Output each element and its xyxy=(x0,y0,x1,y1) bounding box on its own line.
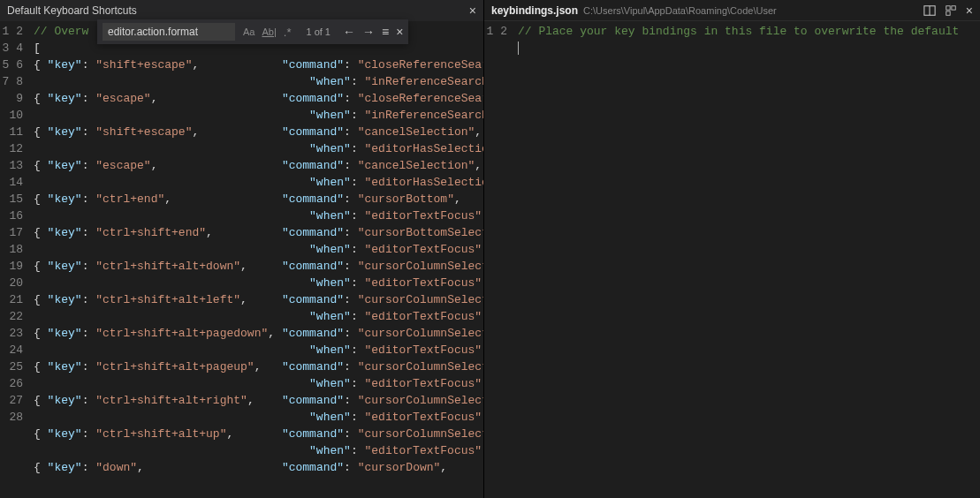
close-icon[interactable]: × xyxy=(966,4,973,18)
find-widget: Aa Ab| .* 1 of 1 ← → ≡ × xyxy=(97,19,408,44)
find-prev-icon[interactable]: ← xyxy=(343,25,355,39)
find-options: Aa Ab| .* xyxy=(240,25,293,40)
right-tab-filename: keybindings.json xyxy=(491,4,578,17)
close-icon[interactable]: × xyxy=(469,4,476,18)
whole-word-toggle[interactable]: Ab| xyxy=(259,26,278,38)
svg-rect-4 xyxy=(946,11,950,14)
left-editor-panel: Default Keyboard Shortcuts × Aa Ab| .* 1… xyxy=(0,0,484,498)
find-selection-icon[interactable]: ≡ xyxy=(382,25,389,39)
svg-rect-2 xyxy=(946,5,950,9)
svg-rect-3 xyxy=(952,5,955,9)
find-close-icon[interactable]: × xyxy=(396,25,403,39)
right-editor-panel: keybindings.json C:\Users\Vipul\AppData\… xyxy=(484,0,980,498)
find-next-icon[interactable]: → xyxy=(362,25,375,39)
right-tab-path: C:\Users\Vipul\AppData\Roaming\Code\User xyxy=(583,5,777,16)
split-editor-icon[interactable] xyxy=(923,4,936,17)
right-tab-bar: keybindings.json C:\Users\Vipul\AppData\… xyxy=(484,0,980,21)
left-tab-title: Default Keyboard Shortcuts xyxy=(7,4,137,17)
right-editor[interactable]: 1 2 // Place your key bindings in this f… xyxy=(484,21,980,498)
left-gutter: 1 2 3 4 5 6 7 8 9 10 11 12 13 14 15 16 1… xyxy=(0,21,34,498)
left-editor[interactable]: 1 2 3 4 5 6 7 8 9 10 11 12 13 14 15 16 1… xyxy=(0,21,483,498)
match-case-toggle[interactable]: Aa xyxy=(240,26,257,38)
left-tab-bar: Default Keyboard Shortcuts × xyxy=(0,0,483,21)
find-nav: ← → ≡ × xyxy=(343,25,403,39)
regex-toggle[interactable]: .* xyxy=(281,25,294,40)
find-count: 1 of 1 xyxy=(306,26,330,37)
right-gutter: 1 2 xyxy=(484,21,518,498)
right-tab-actions: × xyxy=(923,4,973,18)
find-input[interactable] xyxy=(103,23,235,41)
right-code[interactable]: // Place your key bindings in this file … xyxy=(518,21,980,498)
right-tab-title: keybindings.json C:\Users\Vipul\AppData\… xyxy=(491,4,777,17)
more-actions-icon[interactable] xyxy=(945,4,957,17)
left-code[interactable]: // Overw [ { "key": "shift+escape", "com… xyxy=(34,21,483,498)
